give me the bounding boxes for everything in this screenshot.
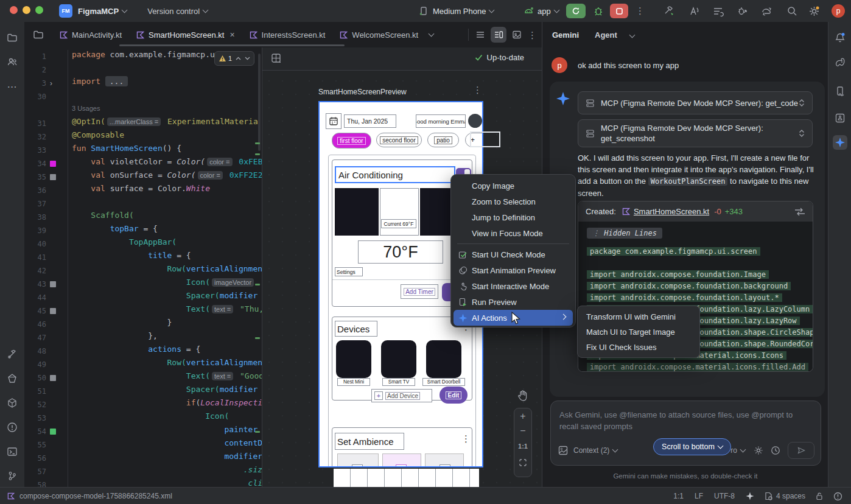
- tab-gemini[interactable]: Gemini: [552, 30, 579, 40]
- status-file-name[interactable]: compose-compose-model-1758866285245.xml: [19, 492, 172, 500]
- close-tab-icon[interactable]: ×: [229, 30, 234, 40]
- menu-item-run-preview[interactable]: Run Preview: [454, 294, 573, 310]
- minimize-window-button[interactable]: [23, 6, 30, 14]
- rerun-button[interactable]: [566, 4, 586, 18]
- problems-tool-icon[interactable]: [5, 420, 19, 435]
- tab-welcomescreen[interactable]: WelcomeScreen.kt: [332, 23, 426, 47]
- notifications-bell-icon[interactable]: [833, 30, 847, 45]
- status-indent[interactable]: 4 spaces: [764, 492, 805, 500]
- gradle-icon[interactable]: [833, 55, 847, 69]
- ambience-kebab[interactable]: ⋮: [461, 434, 471, 443]
- gemini-tool-icon[interactable]: [833, 135, 847, 150]
- context-selector[interactable]: Context (2): [573, 446, 609, 455]
- pan-hand-icon[interactable]: [517, 390, 529, 402]
- usages-inlay[interactable]: 3 Usages: [72, 103, 262, 117]
- stop-button[interactable]: [610, 4, 628, 18]
- code-editor[interactable]: 123›303132333435363738394041424344454647…: [24, 47, 262, 487]
- expand-chevron-icon[interactable]: [799, 130, 805, 137]
- add-timer-button[interactable]: Add Timer: [401, 284, 438, 299]
- hidden-tabs-chevron[interactable]: [429, 31, 435, 37]
- selection-handle[interactable]: [470, 131, 500, 147]
- tool-call-card-get-screenshot[interactable]: MCP (Figma Remote Dev Mode MCP Server): …: [578, 119, 813, 147]
- status-line-separator[interactable]: LF: [695, 492, 703, 500]
- tab-scrollbar[interactable]: [119, 44, 345, 46]
- send-button[interactable]: [788, 442, 814, 459]
- chip-first-floor[interactable]: first floor: [332, 133, 371, 149]
- close-window-button[interactable]: [10, 6, 18, 14]
- readonly-lock-icon[interactable]: [815, 492, 824, 500]
- status-ai-icon[interactable]: [746, 492, 754, 500]
- device-tile[interactable]: [426, 340, 461, 378]
- project-tool-icon[interactable]: [5, 30, 19, 45]
- settings-icon[interactable]: [808, 5, 820, 17]
- tab-options-kebab[interactable]: ⋮: [528, 30, 537, 40]
- next-issue-chevron[interactable]: [245, 57, 250, 60]
- device-tile[interactable]: [381, 340, 416, 378]
- terminal-tool-icon[interactable]: [5, 444, 19, 459]
- zoom-reset-button[interactable]: 1:1: [514, 443, 531, 450]
- more-tool-windows-icon[interactable]: ⋯: [5, 79, 19, 94]
- inspections-widget[interactable]: 1: [214, 51, 254, 66]
- sync-project-icon[interactable]: [761, 5, 773, 17]
- menu-item-zoom-to-selection[interactable]: Zoom to Selection: [454, 194, 573, 209]
- search-everywhere-icon[interactable]: [786, 5, 797, 16]
- editor-scrollbar[interactable]: [258, 54, 261, 151]
- preview-layout-icon[interactable]: [271, 53, 282, 64]
- preview-options-kebab[interactable]: ⋮: [473, 85, 482, 94]
- maximize-window-button[interactable]: [35, 6, 43, 14]
- chip-patio[interactable]: patio: [427, 133, 459, 147]
- expand-chevron-icon[interactable]: [799, 99, 805, 107]
- menu-item-start-interactive-mode[interactable]: Start Interactive Mode: [454, 278, 573, 294]
- profiler-icon[interactable]: [737, 5, 748, 17]
- preview-composable-title[interactable]: SmartHomeScreenPreview: [318, 88, 407, 96]
- profile-avatar[interactable]: p: [832, 4, 845, 18]
- menu-item-start-ui-check[interactable]: Start UI Check Mode: [454, 247, 573, 262]
- resource-manager-icon[interactable]: [833, 111, 847, 125]
- vcs-menu[interactable]: Version control: [147, 7, 200, 16]
- status-encoding[interactable]: UTF-8: [714, 492, 735, 500]
- tab-mainactivity[interactable]: MainActivity.kt: [52, 23, 129, 47]
- ac-settings-label[interactable]: Settings: [335, 267, 363, 276]
- debug-button[interactable]: [593, 5, 604, 16]
- edit-button[interactable]: Edit: [440, 387, 468, 404]
- hidden-lines-chip[interactable]: ⋮ Hidden Lines: [587, 228, 662, 239]
- submenu-item[interactable]: Match UI to Target Image: [580, 324, 697, 340]
- version-control-tool-icon[interactable]: [5, 469, 19, 483]
- menu-item-view-in-focus-mode[interactable]: View in Focus Mode: [454, 225, 573, 241]
- design-view-button[interactable]: [509, 27, 525, 43]
- tab-agent[interactable]: Agent: [595, 30, 617, 40]
- inspection-tool-icon[interactable]: [5, 371, 19, 386]
- gemini-settings-icon[interactable]: [754, 446, 763, 455]
- project-folder-icon[interactable]: [24, 29, 52, 40]
- collaborators-tool-icon[interactable]: [5, 55, 19, 69]
- tab-interestsscreen[interactable]: InterestsScreen.kt: [242, 23, 333, 47]
- history-icon[interactable]: [771, 446, 780, 455]
- open-diff-icon[interactable]: [794, 208, 805, 216]
- todo-list-icon[interactable]: [712, 5, 724, 17]
- menu-item-copy-image[interactable]: Copy Image: [454, 178, 573, 194]
- figma-tool-icon[interactable]: [5, 347, 19, 362]
- menu-item-jump-to-definition[interactable]: Jump to Definition: [454, 209, 573, 225]
- device-manager-icon[interactable]: [833, 84, 847, 99]
- tab-smarthomescreen[interactable]: SmartHomeScreen.kt ×: [129, 23, 242, 47]
- build-run-icon[interactable]: [664, 5, 675, 17]
- build-tool-icon[interactable]: [5, 396, 19, 410]
- editor-code[interactable]: package com.example.figmamcp.uimport ...…: [68, 50, 262, 487]
- run-config-selector[interactable]: app: [524, 7, 559, 16]
- zoom-to-fit-icon[interactable]: [519, 458, 527, 467]
- code-assist-icon[interactable]: [688, 5, 699, 17]
- zoom-out-button[interactable]: −: [514, 425, 531, 436]
- zoom-in-button[interactable]: +: [514, 411, 531, 422]
- scroll-to-bottom-button[interactable]: Scroll to bottom: [653, 438, 731, 455]
- split-view-button[interactable]: [491, 27, 506, 43]
- device-tile[interactable]: [336, 340, 371, 378]
- status-caret-position[interactable]: 1:1: [673, 492, 684, 500]
- chip-second-floor[interactable]: second floor: [376, 133, 422, 147]
- window-controls[interactable]: [10, 6, 48, 16]
- run-options-kebab[interactable]: ⋮: [636, 6, 645, 15]
- attach-image-icon[interactable]: [558, 446, 568, 455]
- tool-call-card-get-code[interactable]: MCP (Figma Remote Dev Mode MCP Server): …: [578, 91, 813, 114]
- status-alert-icon[interactable]: [833, 492, 842, 501]
- prompt-input[interactable]: Ask Gemini, use @filename to attach sour…: [550, 401, 821, 466]
- submenu-item[interactable]: Fix UI Check Issues: [580, 340, 697, 355]
